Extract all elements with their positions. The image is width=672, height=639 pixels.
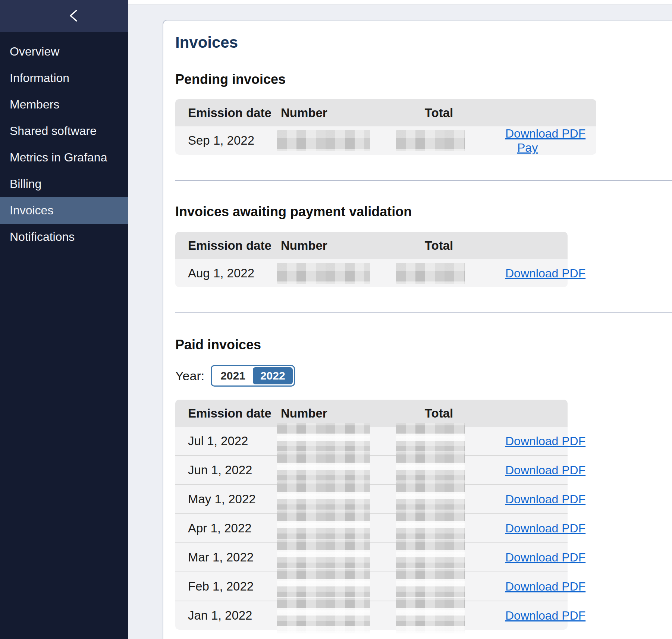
col-emission-date: Emission date: [175, 400, 281, 427]
chevron-left-icon: [69, 9, 78, 23]
actions-cell: Download PDF: [486, 572, 568, 601]
sidebar-item[interactable]: Invoices: [0, 197, 128, 224]
download-pdf-link[interactable]: Download PDF: [505, 580, 585, 593]
sidebar: Overview Information Members Shared soft…: [0, 0, 128, 639]
table-row: Sep 1, 2022 Download PDF Pay: [175, 126, 596, 155]
invoice-total-cell: [392, 455, 486, 484]
table-row: May 1, 2022 Download PDF: [175, 484, 568, 513]
table-row: Mar 1, 2022 Download PDF: [175, 542, 568, 572]
invoice-number-cell: [281, 542, 392, 572]
invoice-total-cell: [392, 513, 486, 542]
year-label: Year:: [175, 369, 204, 383]
invoice-total-cell: [392, 427, 486, 455]
col-emission-date: Emission date: [175, 232, 281, 259]
emission-date-cell: Jun 1, 2022: [175, 455, 281, 484]
year-option-button[interactable]: 2022: [253, 367, 293, 384]
emission-date-cell: May 1, 2022: [175, 484, 281, 513]
sidebar-item-label: Invoices: [10, 204, 53, 217]
download-pdf-link[interactable]: Download PDF: [505, 492, 585, 506]
download-pdf-link[interactable]: Download PDF: [505, 267, 585, 280]
table-header-row: Emission date Number Total: [175, 232, 568, 259]
actions-cell: Download PDF: [486, 427, 568, 455]
invoice-total-cell: [392, 601, 486, 630]
col-number: Number: [281, 99, 392, 126]
invoice-number-cell: [281, 513, 392, 542]
invoice-total-cell: [392, 259, 486, 287]
invoice-number-cell: [281, 427, 392, 455]
page-title: Invoices: [175, 33, 672, 52]
emission-date-cell: Jul 1, 2022: [175, 427, 281, 455]
table-row: Jun 1, 2022 Download PDF: [175, 455, 568, 484]
invoice-number-cell: [281, 601, 392, 630]
paid-invoices-heading: Paid invoices: [175, 337, 672, 353]
sidebar-item-label: Notifications: [10, 230, 75, 243]
emission-date-cell: Aug 1, 2022: [175, 259, 281, 287]
actions-cell: Download PDF Pay: [486, 126, 596, 155]
download-pdf-link[interactable]: Download PDF: [505, 609, 585, 622]
sidebar-item-label: Overview: [10, 45, 59, 58]
col-number: Number: [281, 232, 392, 259]
invoice-total-cell: [392, 484, 486, 513]
download-pdf-link[interactable]: Download PDF: [505, 463, 585, 477]
main-area: Invoices Pending invoices Emission date …: [128, 0, 672, 639]
download-pdf-link[interactable]: Download PDF: [505, 127, 585, 140]
sidebar-item[interactable]: Members: [0, 91, 128, 118]
table-header-row: Emission date Number Total: [175, 99, 596, 126]
redacted-invoice-number: [277, 130, 370, 151]
invoice-total-cell: [392, 542, 486, 572]
paid-invoices-table: Emission date Number Total Jul 1, 2022 D…: [175, 400, 568, 630]
download-pdf-link[interactable]: Download PDF: [505, 551, 585, 564]
sidebar-item[interactable]: Billing: [0, 171, 128, 197]
col-total: Total: [392, 232, 486, 259]
table-row: Jan 1, 2022 Download PDF: [175, 601, 568, 630]
sidebar-item[interactable]: Overview: [0, 38, 128, 65]
invoice-number-cell: [281, 455, 392, 484]
redacted-invoice-total: [396, 598, 465, 633]
download-pdf-link[interactable]: Download PDF: [505, 434, 585, 448]
redacted-invoice-total: [396, 130, 465, 151]
pending-invoices-table: Emission date Number Total Sep 1, 2022 D…: [175, 99, 596, 155]
section-divider: [175, 312, 672, 313]
top-strip: [128, 0, 672, 5]
actions-cell: Download PDF: [486, 455, 568, 484]
table-row: Feb 1, 2022 Download PDF: [175, 572, 568, 601]
table-row: Aug 1, 2022 Download PDF: [175, 259, 568, 287]
sidebar-item-label: Information: [10, 71, 69, 85]
redacted-invoice-number: [277, 598, 370, 633]
sidebar-item-label: Billing: [10, 177, 41, 191]
emission-date-cell: Sep 1, 2022: [175, 126, 281, 155]
col-total: Total: [392, 99, 486, 126]
sidebar-item[interactable]: Shared software: [0, 118, 128, 144]
awaiting-validation-heading: Invoices awaiting payment validation: [175, 204, 672, 220]
emission-date-cell: Mar 1, 2022: [175, 542, 281, 572]
redacted-invoice-total: [396, 263, 465, 284]
col-actions: [486, 232, 568, 259]
table-row: Jul 1, 2022 Download PDF: [175, 427, 568, 455]
col-actions: [486, 99, 596, 126]
table-header-row: Emission date Number Total: [175, 400, 568, 427]
sidebar-item[interactable]: Information: [0, 65, 128, 91]
actions-cell: Download PDF: [486, 513, 568, 542]
col-actions: [486, 400, 568, 427]
year-option-button[interactable]: 2021: [213, 367, 253, 384]
sidebar-item[interactable]: Metrics in Grafana: [0, 144, 128, 171]
collapse-sidebar-button[interactable]: [67, 9, 80, 23]
emission-date-cell: Jan 1, 2022: [175, 601, 281, 630]
invoice-number-cell: [281, 259, 392, 287]
invoice-total-cell: [392, 126, 486, 155]
actions-cell: Download PDF: [486, 542, 568, 572]
emission-date-cell: Feb 1, 2022: [175, 572, 281, 601]
sidebar-item-label: Shared software: [10, 124, 97, 138]
year-toggle: 2021 2022: [211, 365, 295, 387]
redacted-invoice-number: [277, 263, 370, 284]
download-pdf-link[interactable]: Download PDF: [505, 522, 585, 535]
year-filter-row: Year: 2021 2022: [175, 365, 672, 387]
sidebar-header: [0, 0, 128, 32]
invoice-number-cell: [281, 126, 392, 155]
invoice-number-cell: [281, 484, 392, 513]
emission-date-cell: Apr 1, 2022: [175, 513, 281, 542]
pay-link[interactable]: Pay: [517, 141, 538, 154]
awaiting-validation-table: Emission date Number Total Aug 1, 2022 D…: [175, 232, 568, 287]
pending-invoices-heading: Pending invoices: [175, 71, 672, 87]
sidebar-item[interactable]: Notifications: [0, 224, 128, 250]
